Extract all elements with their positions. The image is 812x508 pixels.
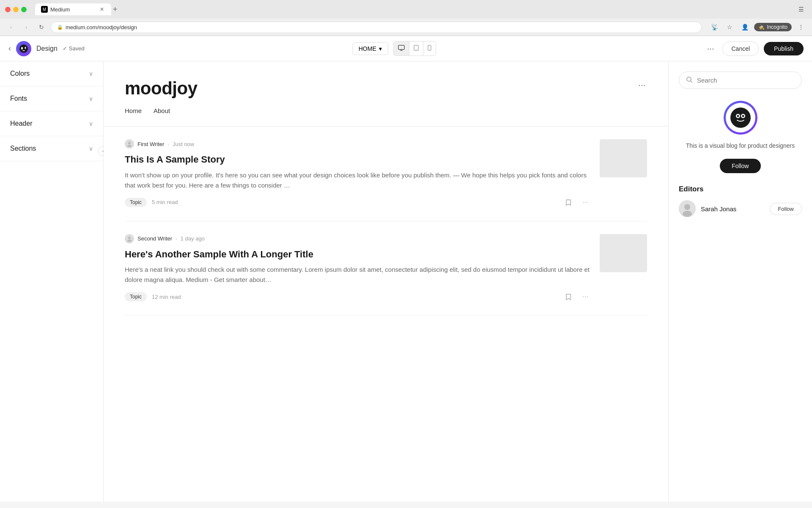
svg-line-14 bbox=[691, 81, 692, 83]
sidebar-sections-label: Sections bbox=[10, 145, 36, 152]
reload-button[interactable]: ↻ bbox=[36, 21, 47, 33]
pub-avatar-container bbox=[679, 101, 802, 135]
sidebar-sections-header[interactable]: Sections ∨ bbox=[0, 136, 103, 161]
author-name: First Writer bbox=[137, 141, 164, 147]
article-actions: ··· bbox=[562, 196, 591, 208]
author-avatar bbox=[125, 234, 134, 243]
article-thumbnail bbox=[600, 234, 647, 272]
nav-about[interactable]: About bbox=[154, 107, 170, 118]
article-title[interactable]: Here's Another Sample With A Longer Titl… bbox=[125, 248, 591, 261]
article-content: First Writer · Just now This Is A Sample… bbox=[125, 139, 591, 208]
sidebar-colors-header[interactable]: Colors ∨ bbox=[0, 61, 103, 86]
articles-list: First Writer · Just now This Is A Sample… bbox=[104, 127, 668, 316]
content-area: moodjoy ··· Home About First Writer · Ju… bbox=[104, 61, 668, 502]
svg-point-22 bbox=[683, 211, 692, 217]
read-time: 5 min read bbox=[152, 199, 178, 205]
pub-avatar-large bbox=[724, 101, 757, 135]
nav-home[interactable]: Home bbox=[125, 107, 142, 118]
address-bar[interactable]: 🔒 medium.com/moodjoy/design bbox=[51, 22, 702, 33]
article-actions: ··· bbox=[562, 291, 591, 303]
sidebar-section-colors: Colors ∨ bbox=[0, 61, 103, 86]
desktop-view-button[interactable] bbox=[394, 41, 409, 55]
back-button[interactable]: ‹ bbox=[5, 21, 17, 33]
author-name: Second Writer bbox=[137, 235, 172, 242]
fullscreen-window-button[interactable] bbox=[21, 7, 27, 12]
mobile-view-button[interactable] bbox=[423, 41, 436, 55]
tab-favicon: M bbox=[41, 6, 48, 13]
editor-item: Sarah Jonas Follow bbox=[679, 200, 802, 217]
sidebar-header-header[interactable]: Header ∨ bbox=[0, 111, 103, 136]
publish-button[interactable]: Publish bbox=[764, 42, 804, 55]
cast-icon[interactable]: 📡 bbox=[708, 21, 720, 33]
app-bar-saved: ✓ Saved bbox=[63, 45, 85, 52]
article-meta: Second Writer · 1 day ago bbox=[125, 234, 591, 243]
publication-title: moodjoy bbox=[125, 78, 198, 99]
browser-more-button[interactable]: ⋮ bbox=[795, 21, 807, 33]
close-window-button[interactable] bbox=[5, 7, 11, 12]
app-bar-left: ‹ Design ✓ Saved bbox=[8, 41, 85, 56]
browser-titlebar: M Medium ✕ + ☰ bbox=[0, 0, 812, 19]
tab-close-button[interactable]: ✕ bbox=[99, 6, 105, 13]
svg-rect-15 bbox=[730, 108, 751, 128]
editor-name: Sarah Jonas bbox=[701, 205, 765, 213]
svg-point-11 bbox=[128, 237, 131, 239]
header-chevron-icon: ∨ bbox=[89, 120, 93, 127]
article-card: First Writer · Just now This Is A Sample… bbox=[125, 127, 647, 221]
publication-nav: Home About bbox=[104, 107, 668, 127]
article-more-button[interactable]: ··· bbox=[579, 196, 591, 208]
tablet-view-button[interactable] bbox=[409, 41, 423, 55]
topic-badge[interactable]: Topic bbox=[125, 292, 147, 301]
app-bar: ‹ Design ✓ Saved HOME ▾ bbox=[0, 36, 812, 61]
browser-tabs: M Medium ✕ + bbox=[35, 3, 118, 15]
svg-point-18 bbox=[737, 115, 739, 117]
left-sidebar: ‹ Colors ∨ Fonts ∨ Header ∨ Sections ∨ bbox=[0, 61, 104, 502]
app-bar-right: ··· Cancel Publish bbox=[704, 41, 804, 56]
follow-button-container: Follow bbox=[679, 159, 802, 173]
article-more-button[interactable]: ··· bbox=[579, 291, 591, 303]
publication-header: moodjoy ··· bbox=[104, 61, 668, 107]
traffic-lights bbox=[5, 7, 27, 12]
article-date: Just now bbox=[173, 141, 194, 147]
browser-menu-button[interactable]: ☰ bbox=[795, 3, 807, 15]
app-bar-title: Design bbox=[36, 45, 58, 52]
follow-button[interactable]: Follow bbox=[720, 159, 760, 173]
new-tab-button[interactable]: + bbox=[113, 5, 118, 14]
publication-more-button[interactable]: ··· bbox=[636, 78, 647, 91]
article-date: 1 day ago bbox=[181, 235, 205, 242]
active-tab[interactable]: M Medium ✕ bbox=[35, 3, 111, 15]
bookmark-star-icon[interactable]: ☆ bbox=[724, 21, 735, 33]
minimize-window-button[interactable] bbox=[13, 7, 19, 12]
browser-nav: ‹ › ↻ 🔒 medium.com/moodjoy/design 📡 ☆ 👤 … bbox=[0, 19, 812, 36]
search-input[interactable] bbox=[697, 77, 795, 84]
right-sidebar: This is a visual blog for product design… bbox=[668, 61, 812, 502]
fonts-chevron-icon: ∨ bbox=[89, 95, 93, 102]
editor-follow-button[interactable]: Follow bbox=[770, 203, 802, 215]
app-bar-center: HOME ▾ bbox=[85, 41, 704, 56]
appbar-more-button[interactable]: ··· bbox=[704, 42, 718, 55]
article-excerpt: Here's a neat link you should check out … bbox=[125, 265, 591, 285]
svg-point-12 bbox=[127, 240, 132, 242]
sidebar-section-sections: Sections ∨ bbox=[0, 136, 103, 161]
view-dropdown[interactable]: HOME ▾ bbox=[352, 42, 388, 55]
sidebar-fonts-header[interactable]: Fonts ∨ bbox=[0, 86, 103, 111]
article-excerpt: It won't show up on your profile. It's h… bbox=[125, 170, 591, 190]
url-text: medium.com/moodjoy/design bbox=[66, 24, 137, 30]
profile-icon[interactable]: 👤 bbox=[739, 21, 751, 33]
forward-button[interactable]: › bbox=[20, 21, 32, 33]
bookmark-button[interactable] bbox=[562, 291, 574, 303]
cancel-button[interactable]: Cancel bbox=[722, 41, 759, 56]
article-meta: First Writer · Just now bbox=[125, 139, 591, 149]
topic-badge[interactable]: Topic bbox=[125, 198, 147, 207]
app-logo bbox=[16, 41, 31, 56]
svg-point-8 bbox=[128, 142, 131, 144]
search-icon bbox=[686, 76, 693, 84]
svg-point-19 bbox=[742, 115, 744, 117]
article-footer: Topic 12 min read ··· bbox=[125, 291, 591, 303]
bookmark-button[interactable] bbox=[562, 196, 574, 208]
main-layout: ‹ Colors ∨ Fonts ∨ Header ∨ Sections ∨ bbox=[0, 61, 812, 502]
app-back-button[interactable]: ‹ bbox=[8, 44, 11, 53]
article-title[interactable]: This Is A Sample Story bbox=[125, 154, 591, 166]
lock-icon: 🔒 bbox=[57, 25, 63, 30]
colors-chevron-icon: ∨ bbox=[89, 70, 93, 77]
article-card: Second Writer · 1 day ago Here's Another… bbox=[125, 221, 647, 316]
